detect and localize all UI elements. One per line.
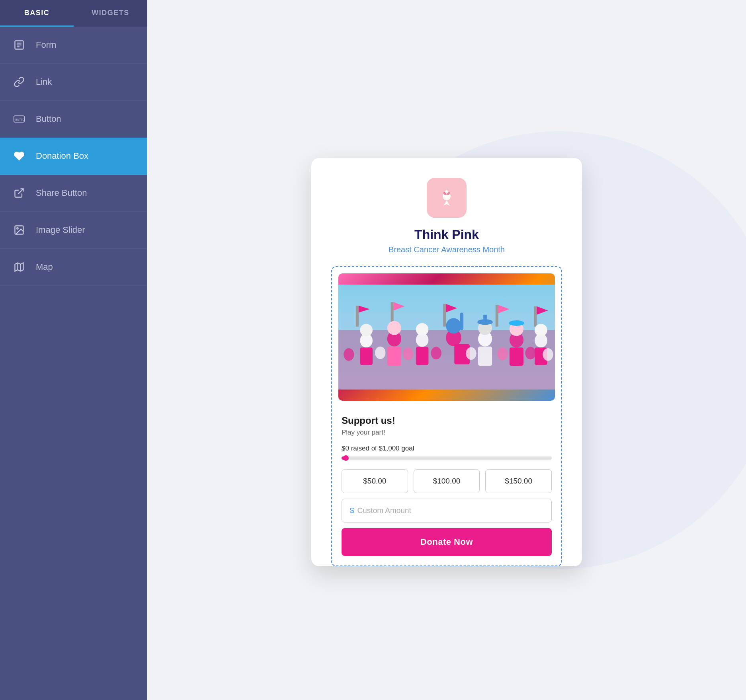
svg-rect-20 <box>496 305 498 326</box>
share-button-label: Share Button <box>36 188 87 198</box>
custom-amount-label: Custom Amount <box>357 506 411 515</box>
svg-point-57 <box>543 348 553 361</box>
tab-basic[interactable]: BASIC <box>0 0 74 26</box>
svg-rect-18 <box>443 304 446 326</box>
sidebar-item-link[interactable]: Link <box>0 64 147 101</box>
link-label: Link <box>36 77 52 87</box>
svg-point-55 <box>497 347 508 360</box>
svg-rect-46 <box>510 347 523 366</box>
sidebar-item-map[interactable]: Map <box>0 249 147 286</box>
main-content: Think Pink Breast Cancer Awareness Month <box>147 0 746 700</box>
link-icon <box>12 75 26 89</box>
image-slider-icon <box>12 223 26 237</box>
progress-dot <box>343 455 349 461</box>
svg-rect-30 <box>387 346 401 365</box>
svg-marker-9 <box>15 263 23 271</box>
donation-box-wrapper: Support us! Play your part! $0 raised of… <box>331 266 562 566</box>
sidebar-item-button[interactable]: BUTTON Button <box>0 101 147 138</box>
support-title: Support us! <box>342 415 552 426</box>
button-label: Button <box>36 114 61 124</box>
donation-content: Support us! Play your part! $0 raised of… <box>332 407 561 565</box>
amount-btn-50[interactable]: $50.00 <box>342 469 408 493</box>
svg-point-8 <box>17 228 18 229</box>
svg-line-6 <box>18 189 23 194</box>
svg-rect-27 <box>360 347 373 365</box>
widget-card: Think Pink Breast Cancer Awareness Month <box>311 158 582 566</box>
progress-text: $0 raised of $1,000 goal <box>342 445 552 452</box>
svg-point-52 <box>403 347 413 360</box>
card-subtitle: Breast Cancer Awareness Month <box>331 245 562 254</box>
event-image <box>338 273 555 401</box>
custom-amount-wrapper[interactable]: $ Custom Amount <box>342 499 552 523</box>
svg-point-50 <box>344 348 354 361</box>
svg-rect-22 <box>534 306 537 326</box>
sidebar-item-share-button[interactable]: Share Button <box>0 175 147 212</box>
svg-rect-36 <box>460 312 463 330</box>
sidebar-tabs: BASIC WIDGETS <box>0 0 147 27</box>
amount-btn-100[interactable]: $100.00 <box>414 469 480 493</box>
tab-widgets[interactable]: WIDGETS <box>74 0 147 26</box>
svg-rect-41 <box>483 314 487 322</box>
amount-btn-150[interactable]: $150.00 <box>485 469 552 493</box>
svg-point-45 <box>509 320 524 326</box>
svg-point-56 <box>525 347 535 359</box>
card-header: Think Pink Breast Cancer Awareness Month <box>331 178 562 254</box>
progress-bar-track <box>342 456 552 460</box>
svg-rect-42 <box>478 346 492 365</box>
sidebar-item-form[interactable]: Form <box>0 27 147 64</box>
form-icon <box>12 38 26 52</box>
form-label: Form <box>36 40 56 50</box>
donate-now-button[interactable]: Donate Now <box>342 528 552 556</box>
sidebar-item-image-slider[interactable]: Image Slider <box>0 212 147 249</box>
support-subtitle: Play your part! <box>342 429 552 437</box>
svg-point-53 <box>431 347 441 359</box>
svg-point-35 <box>446 318 461 333</box>
svg-text:BUTTON: BUTTON <box>15 118 25 121</box>
dollar-sign: $ <box>350 506 354 515</box>
svg-point-29 <box>387 321 401 335</box>
share-icon <box>12 186 26 200</box>
svg-rect-33 <box>416 347 429 365</box>
sidebar: BASIC WIDGETS Form Link BUTTON <box>0 0 147 700</box>
svg-rect-14 <box>356 306 359 327</box>
sidebar-item-donation-box[interactable]: Donation Box <box>0 138 147 175</box>
image-slider-label: Image Slider <box>36 225 85 235</box>
svg-point-26 <box>360 324 373 336</box>
svg-point-51 <box>375 346 385 359</box>
ribbon-icon <box>427 178 467 218</box>
donation-box-label: Donation Box <box>36 151 88 161</box>
button-icon: BUTTON <box>12 112 26 126</box>
amount-buttons: $50.00 $100.00 $150.00 <box>342 469 552 493</box>
svg-point-48 <box>535 324 547 336</box>
card-title: Think Pink <box>331 227 562 242</box>
map-icon <box>12 260 26 274</box>
svg-point-54 <box>466 347 476 360</box>
heart-icon <box>12 149 26 163</box>
map-label: Map <box>36 262 53 272</box>
svg-point-32 <box>416 323 429 335</box>
